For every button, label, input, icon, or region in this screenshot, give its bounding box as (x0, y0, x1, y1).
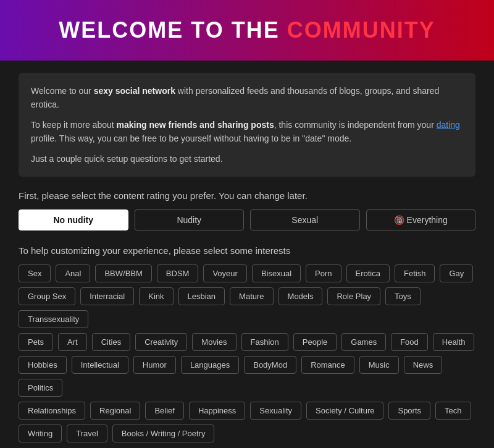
info-box: Welcome to our sexy social network with … (19, 73, 475, 177)
interest-tag[interactable]: Kink (139, 287, 173, 305)
bold-sexy-social: sexy social network (94, 86, 175, 96)
interest-tag[interactable]: Sports (388, 402, 430, 420)
interest-tag[interactable]: News (404, 356, 443, 374)
interest-tag[interactable]: Writing (19, 425, 62, 442)
interest-tag[interactable]: Fetish (395, 264, 435, 282)
interest-tag[interactable]: Models (278, 287, 323, 305)
interest-tag[interactable]: Romance (301, 356, 354, 374)
rating-buttons-group: No nudity Nudity Sexual 🔞 Everything (19, 209, 475, 230)
interest-tag[interactable]: Anal (56, 264, 90, 282)
interest-tag[interactable]: Fashion (241, 333, 288, 351)
interest-tag[interactable]: Transsexuality (19, 310, 88, 328)
interest-tag[interactable]: Food (391, 333, 428, 351)
interest-tag[interactable]: Voyeur (203, 264, 246, 282)
interest-tag[interactable]: BBW/BBM (95, 264, 151, 282)
interest-tag[interactable]: Mature (230, 287, 273, 305)
tags-row-3: PetsArtCitiesCreativityMoviesFashionPeop… (19, 333, 475, 351)
rating-everything[interactable]: 🔞 Everything (366, 209, 476, 230)
interest-tag[interactable]: Cities (92, 333, 131, 351)
tags-row-2: Group SexInterracialKinkLesbianMatureMod… (19, 287, 475, 328)
interest-tag[interactable]: Hobbies (19, 356, 67, 374)
interest-tag[interactable]: Travel (67, 425, 107, 442)
main-content: Welcome to our sexy social network with … (0, 61, 494, 448)
bold-making-friends: making new friends and sharing posts (117, 120, 274, 130)
interest-tag[interactable]: Lesbian (178, 287, 225, 305)
interest-tag[interactable]: Humor (133, 356, 176, 374)
interest-tag[interactable]: Sex (19, 264, 51, 282)
interest-tag[interactable]: Languages (181, 356, 239, 374)
interest-tag[interactable]: People (293, 333, 337, 351)
tags-row-1: SexAnalBBW/BBMBDSMVoyeurBisexualPornErot… (19, 264, 475, 282)
tags-row-4: HobbiesIntellectualHumorLanguagesBodyMod… (19, 356, 475, 397)
interest-tag[interactable]: BodyMod (244, 356, 296, 374)
interest-tag[interactable]: Belief (145, 402, 184, 420)
interest-tag[interactable]: Regional (90, 402, 140, 420)
page-header: WELCOME TO THE COMMUNITY (0, 0, 494, 61)
interest-tag[interactable]: Interracial (80, 287, 134, 305)
info-paragraph-2: To keep it more about making new friends… (31, 118, 463, 146)
interest-tag[interactable]: Bisexual (252, 264, 301, 282)
interest-tag[interactable]: Porn (306, 264, 341, 282)
interest-tag[interactable]: Politics (19, 379, 62, 397)
interest-tag[interactable]: Happiness (189, 402, 245, 420)
interest-tag[interactable]: BDSM (157, 264, 199, 282)
tags-row-5: RelationshipsRegionalBeliefHappinessSexu… (19, 402, 475, 420)
interest-tag[interactable]: Erotica (346, 264, 390, 282)
rating-label: First, please select the content rating … (19, 190, 475, 201)
interest-tag[interactable]: Health (433, 333, 475, 351)
info-paragraph-1: Welcome to our sexy social network with … (31, 84, 463, 112)
page-title: WELCOME TO THE COMMUNITY (12, 17, 482, 43)
rating-nudity[interactable]: Nudity (135, 209, 245, 230)
rating-no-nudity[interactable]: No nudity (19, 209, 128, 230)
interest-tag[interactable]: Sexuality (250, 402, 301, 420)
interest-tag[interactable]: Relationships (19, 402, 85, 420)
interest-tag[interactable]: Toys (385, 287, 421, 305)
interest-tag[interactable]: Creativity (135, 333, 187, 351)
interest-tag[interactable]: Games (341, 333, 386, 351)
interest-tag[interactable]: Role Play (327, 287, 380, 305)
dating-link[interactable]: dating (437, 120, 460, 130)
interests-label: To help customizing your experience, ple… (19, 245, 475, 256)
rating-sexual[interactable]: Sexual (250, 209, 360, 230)
interest-tag[interactable]: Tech (435, 402, 471, 420)
interest-tag[interactable]: Society / Culture (306, 402, 383, 420)
interest-tag[interactable]: Art (58, 333, 87, 351)
interest-tag[interactable]: Books / Writing / Poetry (112, 425, 215, 442)
interest-tag[interactable]: Group Sex (19, 287, 75, 305)
interest-tag[interactable]: Intellectual (72, 356, 128, 374)
interest-tag[interactable]: Gay (440, 264, 473, 282)
interest-tag[interactable]: Music (359, 356, 399, 374)
interests-section: SexAnalBBW/BBMBDSMVoyeurBisexualPornErot… (19, 264, 475, 442)
info-paragraph-3: Just a couple quick setup questions to g… (31, 152, 463, 166)
interest-tag[interactable]: Movies (192, 333, 236, 351)
tags-row-6: WritingTravelBooks / Writing / Poetry (19, 425, 475, 442)
interest-tag[interactable]: Pets (19, 333, 53, 351)
